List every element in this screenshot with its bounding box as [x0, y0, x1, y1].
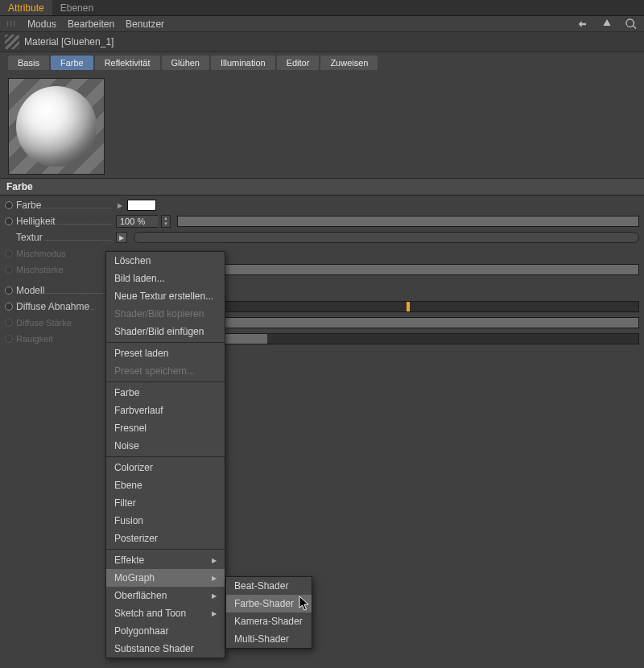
mischstaerke-slider — [174, 264, 639, 275]
ctx-item-oberflächen[interactable]: Oberflächen▶ — [106, 587, 225, 604]
param-bullet[interactable] — [5, 287, 13, 295]
ctx-item[interactable]: Fresnel — [106, 419, 225, 437]
tab-zuweisen[interactable]: Zuweisen — [320, 56, 378, 70]
ctx-item[interactable]: Shader/Bild einfügen — [106, 323, 225, 340]
material-preview[interactable] — [8, 78, 105, 175]
tab-farbe[interactable]: Farbe — [51, 56, 93, 70]
preview-sphere — [16, 86, 97, 167]
ctx-item: Shader/Bild kopieren — [106, 305, 225, 323]
ctx-item[interactable]: Preset laden — [106, 344, 225, 362]
label-farbe: Farbe — [16, 200, 41, 211]
label-mischmodus: Mischmodus — [16, 249, 105, 258]
diff-staerke-slider — [174, 317, 639, 328]
helligkeit-spinner[interactable]: ▲▼ — [161, 215, 171, 228]
ctx-item[interactable]: Fusion — [106, 512, 225, 530]
ctx-item[interactable]: Farbe — [106, 384, 225, 402]
submenu-arrow-icon: ▶ — [212, 557, 217, 564]
menu-benutzer[interactable]: Benutzer — [126, 19, 164, 30]
submenu-item[interactable]: Farbe-Shader — [226, 595, 312, 612]
param-bullet — [5, 319, 13, 327]
ctx-item[interactable]: Colorizer — [106, 459, 225, 476]
panel-tabs: Attribute Ebenen — [0, 0, 644, 16]
texture-field[interactable] — [134, 232, 639, 243]
ctx-item-mograph[interactable]: MoGraph▶ — [106, 569, 225, 587]
tab-basis[interactable]: Basis — [8, 56, 49, 70]
tab-gluehen[interactable]: Glühen — [162, 56, 209, 70]
material-title: Material [Gluehen_1] — [24, 36, 114, 47]
ctx-item-substance-shader[interactable]: Substance Shader — [106, 640, 225, 658]
tab-editor[interactable]: Editor — [277, 56, 320, 70]
label-modell: Modell — [16, 285, 44, 296]
separator — [106, 381, 225, 382]
ctx-item[interactable]: Posterizer — [106, 530, 225, 547]
color-swatch[interactable] — [127, 200, 156, 211]
label-rauigkeit: Rauigkeit — [16, 334, 105, 344]
up-arrow-icon[interactable] — [601, 18, 613, 31]
submenu-item[interactable]: Multi-Shader — [226, 630, 312, 648]
param-bullet — [5, 249, 13, 258]
submenu-item[interactable]: Beat-Shader — [226, 577, 312, 595]
ctx-item-polygonhaar[interactable]: Polygonhaar — [106, 622, 225, 640]
diff-abnahme-slider[interactable] — [174, 301, 639, 312]
ctx-item[interactable]: Noise — [106, 437, 225, 455]
texture-menu-button[interactable]: ▶ — [116, 232, 127, 243]
submenu-arrow-icon: ▶ — [212, 592, 217, 600]
label-helligkeit: Helligkeit — [16, 216, 56, 227]
helligkeit-slider[interactable] — [177, 216, 639, 227]
param-bullet[interactable] — [5, 303, 13, 311]
menu-bar: ⁞⁞⁞ Modus Bearbeiten Benutzer — [0, 16, 644, 32]
ctx-item[interactable]: Bild laden... — [106, 270, 225, 287]
param-bullet — [5, 266, 13, 274]
label-mischstaerke: Mischstärke — [16, 265, 105, 274]
helligkeit-value[interactable]: 100 % — [116, 215, 158, 228]
separator — [106, 342, 225, 343]
ctx-item-effekte[interactable]: Effekte▶ — [106, 551, 225, 569]
material-icon — [5, 35, 19, 49]
mograph-submenu: Beat-ShaderFarbe-ShaderKamera-ShaderMult… — [225, 576, 312, 649]
ctx-item[interactable]: Ebene — [106, 476, 225, 494]
preview-area — [0, 73, 644, 178]
label-diffuse-staerke: Diffuse Stärke — [16, 318, 105, 328]
label-textur: Textur — [16, 232, 43, 243]
ctx-item[interactable]: Filter — [106, 494, 225, 512]
separator — [106, 549, 225, 550]
ctx-item: Preset speichern... — [106, 362, 225, 380]
params-list: Farbe ▶ Helligkeit 100 % ▲▼ Textur ▶ Mis… — [0, 196, 644, 348]
tab-reflektivitaet[interactable]: Reflektivität — [95, 56, 160, 70]
tab-illumination[interactable]: Illumination — [211, 56, 275, 70]
label-diffuse-abnahme: Diffuse Abnahme — [16, 301, 89, 312]
menu-modus[interactable]: Modus — [27, 19, 56, 30]
tab-attribute[interactable]: Attribute — [0, 0, 52, 15]
grip-icon: ⁞⁞⁞ — [6, 19, 16, 28]
ctx-item[interactable]: Löschen — [106, 252, 225, 270]
ctx-item[interactable]: Farbverlauf — [106, 402, 225, 419]
separator — [106, 456, 225, 457]
search-icon[interactable] — [625, 18, 638, 31]
texture-context-menu: LöschenBild laden...Neue Textur erstelle… — [105, 251, 225, 658]
expand-icon[interactable]: ▶ — [116, 200, 124, 211]
menu-bearbeiten[interactable]: Bearbeiten — [68, 19, 114, 30]
history-nav-icon[interactable] — [576, 18, 589, 31]
ctx-item[interactable]: Neue Textur erstellen... — [106, 287, 225, 305]
rauigkeit-slider — [174, 333, 639, 344]
param-bullet — [5, 335, 13, 343]
material-title-row: Material [Gluehen_1] — [0, 32, 644, 52]
param-bullet[interactable] — [5, 201, 13, 209]
ctx-item-sketch-and-toon[interactable]: Sketch and Toon▶ — [106, 604, 225, 622]
property-tabs: Basis Farbe Reflektivität Glühen Illumin… — [0, 52, 644, 73]
submenu-arrow-icon: ▶ — [212, 575, 217, 582]
section-header-farbe: Farbe — [0, 178, 644, 196]
param-bullet[interactable] — [5, 217, 13, 225]
submenu-arrow-icon: ▶ — [212, 610, 217, 617]
submenu-item[interactable]: Kamera-Shader — [226, 612, 312, 630]
tab-ebenen[interactable]: Ebenen — [52, 0, 101, 15]
